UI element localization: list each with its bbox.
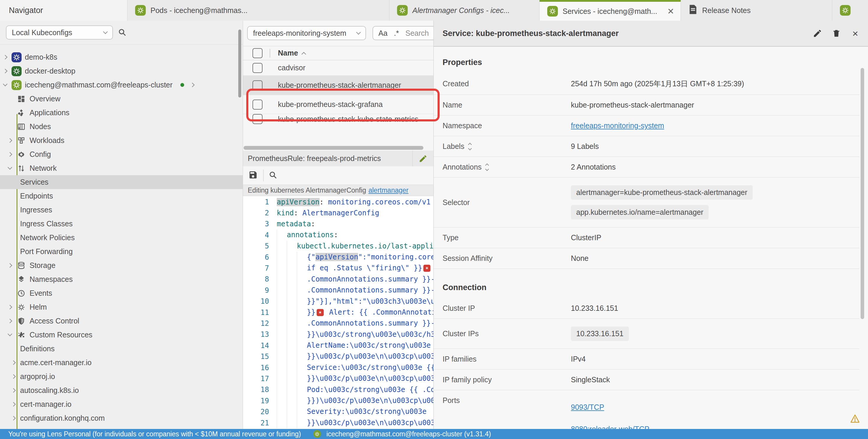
port-link[interactable]: 8080:reloader-web/TCP (571, 425, 649, 429)
code-text: }}\u003c/p\u003e\n\u003cp\u003 (277, 351, 433, 362)
kubeconfig-select[interactable]: Local Kubeconfigs (6, 25, 113, 40)
sidebar-item-autoscaling-k8s-io[interactable]: autoscaling.k8s.io (0, 383, 243, 397)
chevron-right-icon[interactable] (7, 305, 12, 310)
table-row-kube-prometheus-stack-grafana[interactable]: kube-prometheus-stack-grafana (243, 95, 433, 114)
panel-scrollbar[interactable] (861, 68, 864, 319)
sidebar-item-workloads[interactable]: Workloads (0, 134, 243, 147)
chevron-right-icon[interactable] (3, 55, 7, 60)
chevron-right-icon[interactable] (7, 319, 12, 324)
code-text: }})\u003c/p\u003e\n\u003cp\u00 (277, 395, 433, 406)
horizontal-scrollbar[interactable] (244, 146, 423, 150)
code-text: annotations: (277, 230, 433, 240)
row-checkbox[interactable] (252, 63, 262, 73)
sort-updown-icon[interactable] (469, 143, 471, 150)
sidebar-item-applications[interactable]: Applications (0, 106, 243, 120)
sidebar-item-acme-cert-manager-io[interactable]: acme.cert-manager.io (0, 356, 243, 370)
chevron-right-icon[interactable] (11, 402, 16, 407)
sidebar-item-events[interactable]: Events (0, 286, 243, 300)
code-text: apiVersion: monitoring.coreos.com/v1 (277, 198, 433, 206)
chevron-right-icon[interactable] (3, 69, 7, 74)
port-link[interactable]: 9093/TCP (571, 403, 604, 411)
sidebar-item-storage[interactable]: Storage (0, 259, 243, 272)
sidebar-item-overview[interactable]: Overview (0, 92, 243, 106)
search-box[interactable]: Aa .* Search (373, 26, 433, 40)
save-button[interactable] (248, 170, 258, 181)
details-panel-title: Service: kube-prometheus-stack-alertmana… (434, 29, 808, 38)
detail-value: None (571, 254, 589, 263)
sidebar-scrollbar[interactable] (238, 30, 241, 98)
chevron-right-icon[interactable] (11, 388, 16, 393)
row-checkbox[interactable] (252, 114, 262, 124)
breadcrumb-link[interactable]: alertmanager (368, 187, 409, 194)
search-input[interactable]: Search (405, 29, 429, 37)
sidebar-item-network[interactable]: Network (0, 161, 243, 175)
indent-guide (277, 351, 287, 362)
sidebar-item-custom-resources[interactable]: Custom Resources (0, 328, 243, 342)
chevron-right-icon[interactable] (11, 374, 16, 379)
code-token: }} (307, 308, 315, 316)
row-checkbox[interactable] (252, 80, 262, 91)
indent-guide (297, 406, 307, 417)
sidebar-item-access-control[interactable]: Access Control (0, 314, 243, 328)
sidebar-item-port-forwarding[interactable]: Port Forwarding (0, 245, 243, 259)
chevron-right-icon[interactable] (7, 263, 12, 268)
sidebar-item-definitions[interactable]: Definitions (0, 342, 243, 356)
sidebar-item-icecheng-mathmast-com-freeleaps-cluster[interactable]: icecheng@mathmast.com@freeleaps-cluster (0, 78, 243, 92)
chevron-right-icon[interactable] (7, 152, 12, 157)
detail-label-text: Cluster IPs (442, 329, 478, 338)
sidebar-item-config[interactable]: Config (0, 147, 243, 161)
chevron-right-icon[interactable] (190, 83, 194, 88)
port-line: 8080:reloader-web/TCPForward... (571, 418, 868, 429)
chevron-right-icon[interactable] (7, 138, 12, 143)
sidebar-item-ingress-classes[interactable]: Ingress Classes (0, 217, 243, 231)
row-checkbox[interactable] (252, 100, 262, 110)
sidebar-item-docker-desktop[interactable]: docker-desktop (0, 64, 243, 78)
chevron-down-icon[interactable] (7, 332, 12, 336)
code-line: 8.CommonAnnotations.summary }}- (243, 274, 433, 285)
sidebar-item-network-policies[interactable]: Network Policies (0, 231, 243, 245)
sort-updown-icon[interactable] (486, 164, 488, 170)
editor-search-button[interactable] (269, 170, 277, 180)
sidebar-item-argoproj-io[interactable]: argoproj.io (0, 370, 243, 383)
tab-services-icecheng-math[interactable]: Services - icecheng@math...✕ (539, 0, 681, 21)
delete-service-button[interactable] (827, 29, 846, 38)
sidebar-item-configuration-konghq-com[interactable]: configuration.konghq.com (0, 411, 243, 425)
sidebar-item-ingresses[interactable]: Ingresses (0, 203, 243, 217)
yaml-editor[interactable]: 1apiVersion: monitoring.coreos.com/v12ki… (243, 197, 433, 429)
regex-icon[interactable]: .* (394, 29, 399, 37)
chevron-slot (8, 403, 18, 406)
sidebar-item-namespaces[interactable]: Namespaces (0, 272, 243, 286)
edit-service-button[interactable] (808, 29, 827, 38)
close-panel-button[interactable]: × (846, 28, 865, 39)
edit-prometheusrule-button[interactable] (413, 154, 433, 163)
table-row-cadvisor[interactable]: cadvisor (243, 60, 433, 76)
chevron-down-icon[interactable] (7, 165, 12, 170)
namespace-select[interactable]: freeleaps-monitoring-system (247, 26, 366, 40)
sidebar-item-cert-manager-io[interactable]: cert-manager.io (0, 397, 243, 411)
tab-pods-icecheng-mathmas[interactable]: Pods - icecheng@mathmas... (127, 0, 390, 21)
sidebar-item-helm[interactable]: Helm (0, 300, 243, 314)
indent-guide (277, 417, 287, 428)
sidebar-item-services[interactable]: Services (0, 175, 243, 189)
close-tab-icon[interactable]: ✕ (667, 6, 674, 16)
sidebar-item-nodes[interactable]: Nodes (0, 120, 243, 134)
tab-partial[interactable] (832, 0, 868, 21)
chevron-right-icon[interactable] (11, 361, 16, 365)
chevron-right-icon[interactable] (11, 416, 16, 421)
select-all-checkbox[interactable] (252, 48, 262, 58)
sidebar-item-endpoints[interactable]: Endpoints (0, 189, 243, 203)
cluster-icon (11, 52, 22, 62)
sidebar-item-demo-k8s[interactable]: demo-k8s (0, 50, 243, 64)
table-row-kube-prometheus-stack-alertmanager[interactable]: kube-prometheus-stack-alertmanager (243, 76, 433, 95)
search-icon[interactable] (118, 28, 127, 38)
tab-release-notes[interactable]: Release Notes (681, 0, 832, 21)
active-cluster-status[interactable]: icecheng@mathmast.com@freeleaps-cluster … (327, 430, 491, 438)
chevron-down-icon[interactable] (3, 82, 7, 87)
code-token: : (294, 209, 298, 217)
match-case-icon[interactable]: Aa (378, 29, 388, 37)
namespace-link[interactable]: freeleaps-monitoring-system (571, 122, 664, 130)
table-row-kube-prometheus-stack-kube-state-metrics[interactable]: kube-prometheus-stack-kube-state-metrics (243, 114, 433, 124)
code-line: 11}}✶ Alert: {{ .CommonAnnotati (243, 307, 433, 318)
tab-alertmanager-configs-icec[interactable]: Alertmanager Configs - icec... (390, 0, 539, 21)
name-column-header[interactable]: Name (278, 49, 305, 57)
